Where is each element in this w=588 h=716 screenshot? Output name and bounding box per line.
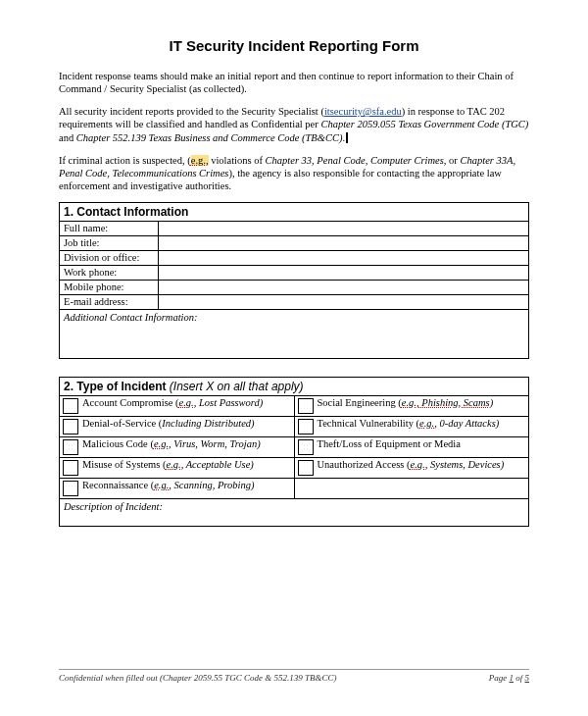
incident-item: Misuse of Systems (e.g., Acceptable Use)	[60, 458, 294, 479]
incident-item: Denial-of-Service (Including Distributed…	[60, 417, 294, 437]
incident-item: Account Compromise (e.g., Lost Password)	[60, 396, 294, 417]
intro-paragraph-2: All security incident reports provided t…	[59, 105, 529, 143]
text: .	[342, 132, 345, 143]
incident-columns: Account Compromise (e.g., Lost Password)…	[60, 396, 528, 499]
page-footer: Confidential when filled out (Chapter 20…	[59, 669, 529, 683]
field-row-workphone: Work phone:	[60, 266, 528, 281]
incident-item: Malicious Code (e.g., Virus, Worm, Troja…	[60, 437, 294, 458]
text: If criminal action is suspected, (	[59, 155, 191, 166]
checkbox[interactable]	[63, 398, 78, 414]
incident-label: Unauthorized Access (e.g., Systems, Devi…	[318, 458, 529, 472]
incident-label: Denial-of-Service (Including Distributed…	[82, 417, 294, 431]
field-input[interactable]	[159, 266, 528, 280]
section-number: 1.	[64, 205, 74, 219]
text: and	[59, 132, 76, 143]
additional-contact-label: Additional Contact Information:	[60, 310, 528, 358]
field-row-email: E-mail address:	[60, 295, 528, 310]
field-input[interactable]	[159, 251, 528, 265]
intro-paragraph-3: If criminal action is suspected, (e.g., …	[59, 154, 529, 192]
checkbox[interactable]	[63, 439, 78, 455]
section-number: 2.	[64, 380, 74, 393]
citation: Chapter 552.139 Texas Business and Comme…	[76, 132, 343, 143]
field-label: Mobile phone:	[60, 281, 159, 294]
checkbox[interactable]	[63, 481, 78, 496]
checkbox[interactable]	[298, 460, 314, 476]
footer-left: Confidential when filled out (Chapter 20…	[59, 673, 337, 683]
checkbox[interactable]	[298, 439, 314, 455]
description-label: Description of Incident:	[60, 499, 528, 526]
field-label: Work phone:	[60, 266, 159, 280]
field-row-fullname: Full name:	[60, 222, 528, 236]
text: violations of	[209, 155, 266, 166]
incident-label: Technical Vulnerability (e.g., 0-day Att…	[318, 417, 529, 431]
text-cursor	[346, 132, 348, 143]
field-row-jobtitle: Job title:	[60, 236, 528, 251]
section-2-header: 2. Type of Incident (Insert X on all tha…	[60, 378, 528, 396]
citation: Chapter 2059.055 Texas Government Code (…	[320, 119, 528, 129]
contact-info-section: 1. Contact Information Full name: Job ti…	[59, 202, 529, 359]
incident-item: Unauthorized Access (e.g., Systems, Devi…	[295, 458, 529, 479]
field-label: Division or office:	[60, 251, 159, 265]
footer-right: Page 1 of 5	[489, 673, 529, 683]
intro-paragraph-1: Incident response teams should make an i…	[59, 70, 529, 95]
incident-label: Misuse of Systems (e.g., Acceptable Use)	[82, 458, 294, 472]
incident-item: Theft/Loss of Equipment or Media	[295, 437, 529, 458]
eg-text: e.g.,	[191, 155, 209, 166]
document-page: IT Security Incident Reporting Form Inci…	[0, 0, 588, 527]
checkbox[interactable]	[298, 419, 314, 435]
section-1-header: 1. Contact Information	[60, 203, 528, 222]
page-title: IT Security Incident Reporting Form	[59, 37, 529, 54]
incident-item: Social Engineering (e.g., Phishing, Scam…	[295, 396, 529, 417]
field-label: Full name:	[60, 222, 159, 235]
citation: Chapter 33, Penal Code, Computer Crimes	[266, 155, 444, 166]
field-input[interactable]	[159, 236, 528, 250]
incident-label: Account Compromise (e.g., Lost Password)	[82, 396, 294, 410]
checkbox[interactable]	[63, 460, 78, 476]
field-input[interactable]	[159, 295, 528, 309]
field-label: E-mail address:	[60, 295, 159, 309]
incident-type-section: 2. Type of Incident (Insert X on all tha…	[59, 377, 529, 527]
field-input[interactable]	[159, 281, 528, 294]
section-title: Contact Information	[76, 205, 188, 219]
checkbox[interactable]	[298, 398, 314, 414]
checkbox[interactable]	[63, 419, 78, 435]
text: , or	[444, 155, 461, 166]
empty-cell	[295, 479, 529, 494]
incident-item: Reconnaissance (e.g., Scanning, Probing)	[60, 479, 294, 498]
field-row-division: Division or office:	[60, 251, 528, 266]
incident-label: Reconnaissance (e.g., Scanning, Probing)	[82, 479, 294, 492]
email-link[interactable]: itsecurity@sfa.edu	[324, 106, 402, 117]
incident-label: Social Engineering (e.g., Phishing, Scam…	[318, 396, 529, 410]
incident-label: Malicious Code (e.g., Virus, Worm, Troja…	[82, 437, 294, 451]
field-input[interactable]	[159, 222, 528, 235]
incident-right-column: Social Engineering (e.g., Phishing, Scam…	[295, 396, 529, 498]
field-row-mobile: Mobile phone:	[60, 281, 528, 295]
section-title: Type of Incident	[76, 380, 166, 393]
field-label: Job title:	[60, 236, 159, 250]
section-hint: (Insert X on all that apply)	[170, 380, 304, 393]
text: All security incident reports provided t…	[59, 106, 324, 117]
incident-item: Technical Vulnerability (e.g., 0-day Att…	[295, 417, 529, 437]
incident-label: Theft/Loss of Equipment or Media	[318, 437, 529, 451]
incident-left-column: Account Compromise (e.g., Lost Password)…	[60, 396, 295, 498]
